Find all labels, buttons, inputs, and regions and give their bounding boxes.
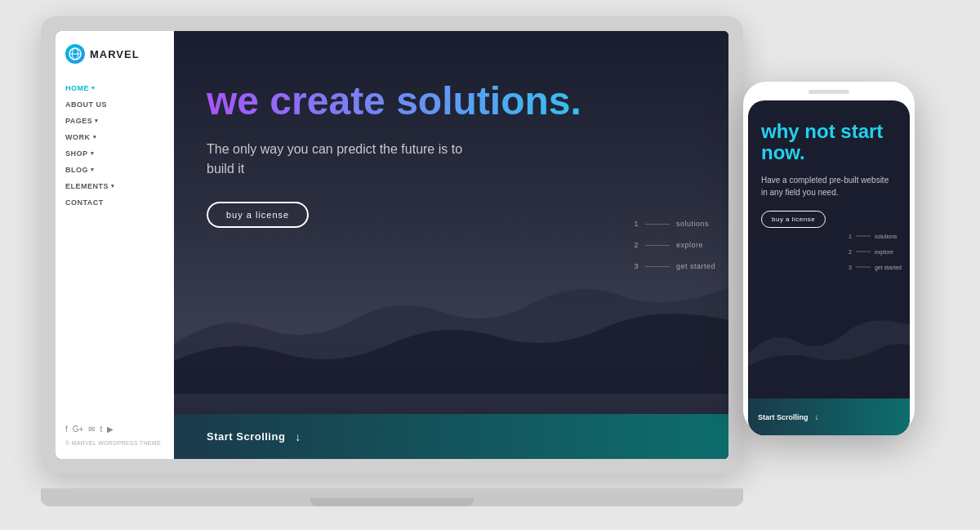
chevron-icon: ▾ [95, 118, 99, 124]
social-links: f G+ ✉ t ▶ [65, 425, 164, 434]
phone-landscape [748, 288, 910, 386]
scroll-text: Start Scrolling [207, 430, 285, 443]
laptop: MARVEL HOME ▾ ABOUT US PAGES ▾ WORK [41, 16, 743, 506]
phone-subheadline: Have a completed pre-built website in an… [761, 174, 897, 198]
phone-body: why not start now. Have a completed pre-… [743, 82, 915, 433]
nav-item-home[interactable]: HOME ▾ [65, 80, 164, 96]
scene: MARVEL HOME ▾ ABOUT US PAGES ▾ WORK [0, 0, 980, 530]
nav-item-work[interactable]: WORK ▾ [65, 129, 164, 145]
chevron-icon: ▾ [93, 134, 97, 140]
phone-nav-line [856, 266, 871, 267]
side-navigation: 1 solutions 2 explore 3 get start [634, 220, 715, 270]
nav-item-about[interactable]: ABOUT US [65, 96, 164, 113]
youtube-icon[interactable]: ▶ [107, 425, 114, 434]
googleplus-icon[interactable]: G+ [73, 425, 84, 434]
phone-hero-text: why not start now. Have a completed pre-… [748, 100, 910, 241]
phone-cta-button[interactable]: buy a license [761, 211, 826, 228]
logo-text: MARVEL [90, 48, 140, 60]
laptop-base [41, 488, 743, 506]
phone-arrow-icon: ↓ [815, 412, 819, 421]
mail-icon[interactable]: ✉ [88, 425, 95, 434]
hero-headline: we create solutions. [207, 80, 647, 123]
phone-scroll-text: Start Scrolling [758, 413, 808, 421]
chevron-icon: ▾ [91, 167, 95, 173]
chevron-icon: ▾ [111, 183, 115, 189]
start-scrolling-bar[interactable]: Start Scrolling ↓ [174, 414, 728, 459]
phone-headline: why not start now. [761, 121, 897, 164]
nav-item-elements[interactable]: ELEMENTS ▾ [65, 178, 164, 194]
twitter-icon[interactable]: t [100, 425, 102, 434]
phone-speaker [808, 90, 849, 94]
chevron-icon: ▾ [91, 150, 95, 157]
nav-line [645, 266, 670, 267]
nav-line [645, 224, 670, 225]
side-nav-item-1: 1 solutions [634, 220, 715, 228]
phone-nav-line [856, 251, 871, 252]
sidebar: MARVEL HOME ▾ ABOUT US PAGES ▾ WORK [56, 31, 174, 459]
side-nav-item-3: 3 get started [634, 262, 715, 270]
nav-item-blog[interactable]: BLOG ▾ [65, 162, 164, 178]
phone-side-navigation: 1 solutions 2 explore 3 get started [849, 233, 902, 269]
nav-item-contact[interactable]: CONTACT [65, 194, 164, 211]
hero-text-block: we create solutions. The only way you ca… [207, 80, 647, 228]
footer-text: © MARVEL WORDPRESS THEME [65, 440, 164, 446]
buy-license-button[interactable]: buy a license [207, 202, 309, 228]
nav-line [645, 245, 670, 246]
phone-screen: why not start now. Have a completed pre-… [748, 100, 910, 435]
nav-item-pages[interactable]: PAGES ▾ [65, 113, 164, 129]
phone-nav-line [856, 235, 871, 236]
phone-start-scrolling[interactable]: Start Scrolling ↓ [748, 399, 910, 435]
chevron-icon: ▾ [91, 85, 96, 91]
nav-item-shop[interactable]: SHOP ▾ [65, 145, 164, 162]
facebook-icon[interactable]: f [65, 425, 68, 434]
phone: why not start now. Have a completed pre-… [743, 82, 915, 433]
phone-side-nav-3: 3 get started [849, 264, 902, 269]
phone-side-nav-2: 2 explore [849, 248, 902, 254]
laptop-screen: MARVEL HOME ▾ ABOUT US PAGES ▾ WORK [56, 31, 728, 459]
arrow-down-icon: ↓ [295, 430, 301, 443]
laptop-body: MARVEL HOME ▾ ABOUT US PAGES ▾ WORK [41, 16, 743, 474]
main-content: we create solutions. The only way you ca… [174, 31, 728, 459]
side-nav-item-2: 2 explore [634, 241, 715, 249]
logo: MARVEL [65, 44, 164, 64]
hero-subheadline: The only way you can predict the future … [207, 140, 484, 179]
globe-icon [65, 44, 85, 64]
phone-side-nav-1: 1 solutions [849, 233, 902, 238]
